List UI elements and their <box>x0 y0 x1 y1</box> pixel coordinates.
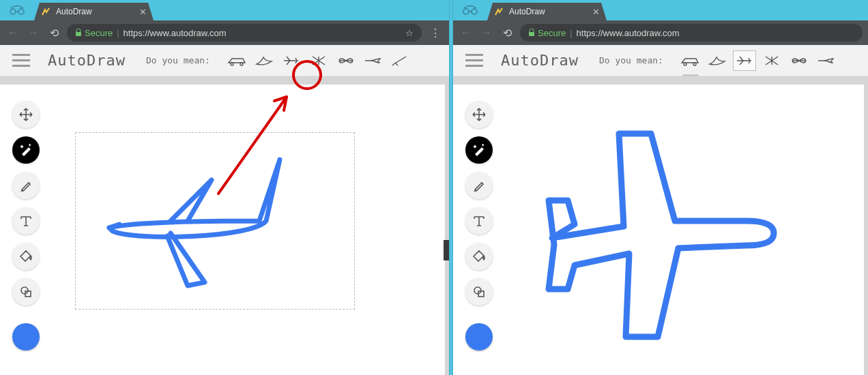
browser-tab[interactable]: AutoDraw ✕ <box>34 3 154 20</box>
tool-shape[interactable] <box>465 278 493 305</box>
canvas-zone <box>0 76 449 375</box>
tab-favicon <box>41 7 50 16</box>
suggestion-label: Do you mean: <box>146 55 210 65</box>
suggestion-dragonfly[interactable] <box>334 50 358 71</box>
forward-button[interactable]: → <box>479 25 494 40</box>
tab-title: AutoDraw <box>56 7 92 16</box>
suggestion-mosquito[interactable] <box>760 50 783 71</box>
scrollbar-thumb[interactable] <box>444 240 449 260</box>
omnibox[interactable]: Secure | https://www.autodraw.com <box>520 24 863 42</box>
bookmark-star-icon[interactable]: ☆ <box>405 28 414 38</box>
tool-sidebar <box>465 101 493 350</box>
app-header: AutoDraw Do you mean: <box>0 45 449 76</box>
svg-point-11 <box>684 63 686 65</box>
suggestion-label: Do you mean: <box>599 55 663 65</box>
svg-rect-10 <box>529 32 534 36</box>
incognito-icon <box>453 0 487 20</box>
tool-move[interactable] <box>465 101 493 128</box>
tool-text[interactable] <box>465 207 493 235</box>
svg-point-1 <box>18 9 24 14</box>
canvas[interactable] <box>453 85 864 375</box>
suggestion-swordfish[interactable] <box>362 50 385 71</box>
tab-title: AutoDraw <box>509 7 545 16</box>
suggestion-bird[interactable] <box>706 50 729 71</box>
secure-badge: Secure <box>528 28 566 38</box>
url-text: https://www.autodraw.com <box>577 28 680 38</box>
lock-icon <box>75 29 82 37</box>
menu-hamburger-icon[interactable] <box>465 50 486 71</box>
app-title: AutoDraw <box>48 52 126 69</box>
suggestion-airplane[interactable] <box>733 50 756 71</box>
browser-window-right: — ☐ AutoDraw ✕ ← → ⟲ Secure | https://ww… <box>453 0 868 375</box>
app-title: AutoDraw <box>501 52 579 69</box>
secure-badge: Secure <box>75 28 113 38</box>
tab-close-icon[interactable]: ✕ <box>592 7 600 17</box>
svg-point-9 <box>472 9 477 14</box>
address-bar: ← → ⟲ Secure | https://www.autodraw.com … <box>0 20 449 45</box>
tab-close-icon[interactable]: ✕ <box>139 7 147 17</box>
omnibox[interactable]: Secure | https://www.autodraw.com ☆ <box>67 24 422 42</box>
tab-strip: AutoDraw ✕ <box>0 0 449 20</box>
svg-point-3 <box>231 63 233 65</box>
tool-autodraw[interactable] <box>465 136 493 164</box>
reload-button[interactable]: ⟲ <box>46 25 61 40</box>
forward-button[interactable]: → <box>26 25 41 40</box>
suggestion-sword[interactable] <box>389 50 412 71</box>
suggestion-bird[interactable] <box>252 50 276 71</box>
suggestion-car[interactable] <box>225 50 248 71</box>
tab-strip: AutoDraw ✕ <box>453 0 868 20</box>
reload-button[interactable]: ⟲ <box>500 25 515 40</box>
canvas[interactable] <box>0 85 445 375</box>
tool-fill[interactable] <box>465 243 493 270</box>
svg-point-13 <box>474 287 481 294</box>
suggestion-swordfish[interactable] <box>815 50 838 71</box>
back-button[interactable]: ← <box>5 25 20 40</box>
url-text: https://www.autodraw.com <box>124 28 227 38</box>
browser-tab[interactable]: AutoDraw ✕ <box>487 3 607 20</box>
tool-color[interactable] <box>465 323 493 350</box>
autodraw-airplane[interactable] <box>453 85 863 371</box>
browser-window-left: — ☐ ✕ AutoDraw ✕ ← → ⟲ Secure | https://… <box>0 0 449 375</box>
suggestion-car[interactable] <box>678 50 701 71</box>
suggestion-row <box>678 50 838 71</box>
lock-icon <box>528 29 535 37</box>
svg-rect-2 <box>76 32 81 36</box>
incognito-icon <box>0 0 34 20</box>
canvas-zone <box>453 76 868 375</box>
tab-favicon <box>494 7 504 16</box>
svg-line-7 <box>218 97 287 194</box>
tool-draw[interactable] <box>465 172 493 199</box>
svg-point-0 <box>10 9 16 14</box>
menu-hamburger-icon[interactable] <box>12 50 33 71</box>
svg-point-12 <box>693 63 696 65</box>
app-header: AutoDraw Do you mean: <box>453 45 868 76</box>
suggestion-dragonfly[interactable] <box>787 50 811 71</box>
browser-menu-button[interactable]: ⋮ <box>427 27 444 40</box>
address-bar: ← → ⟲ Secure | https://www.autodraw.com <box>453 20 868 45</box>
back-button[interactable]: ← <box>459 25 474 40</box>
svg-point-8 <box>463 9 469 14</box>
annotation-arrow <box>0 85 437 371</box>
svg-point-4 <box>240 63 243 65</box>
